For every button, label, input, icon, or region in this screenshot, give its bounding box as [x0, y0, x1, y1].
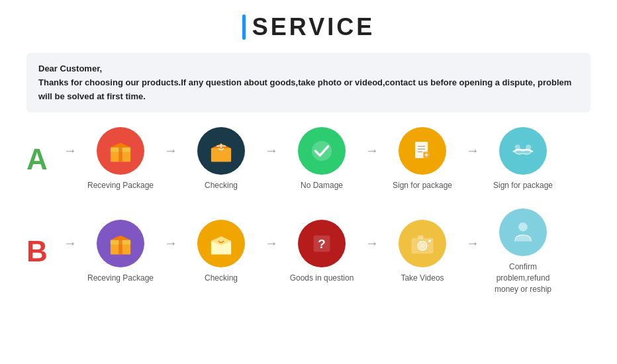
- flow-item-b-1: Checking: [181, 220, 261, 284]
- icon-checkmark: [298, 127, 346, 175]
- flow-item-a-3: Sign for package: [383, 127, 462, 191]
- flow-item-label: Sign for package: [393, 180, 452, 191]
- flow-item-label: Take Videos: [401, 273, 444, 284]
- flow-item-label: No Damage: [301, 180, 343, 191]
- flow-item-label: Sign for package: [493, 180, 553, 191]
- svg-marker-19: [111, 236, 130, 240]
- icon-question: ?: [298, 220, 346, 267]
- flow-rows: A→ Receving Package→ Checking→ No Damage…: [26, 127, 591, 295]
- page-title: SERVICE: [252, 13, 375, 41]
- title-area: SERVICE: [26, 13, 591, 41]
- flow-item-a-1: Checking: [181, 127, 261, 191]
- flow-arrow: →: [64, 143, 77, 175]
- icon-package-open: [197, 220, 245, 267]
- svg-point-14: [515, 145, 520, 150]
- notice-line1: Dear Customer,: [38, 62, 579, 76]
- flow-item-b-2: ? Goods in question: [282, 220, 361, 284]
- flow-item-label: Confirm problem,refund money or reship: [483, 261, 563, 295]
- flow-arrow: →: [164, 143, 177, 175]
- flow-arrow: →: [164, 236, 177, 268]
- flow-arrow: →: [64, 236, 77, 268]
- flow-row-a: A→ Receving Package→ Checking→ No Damage…: [26, 127, 591, 191]
- flow-arrow: →: [265, 143, 278, 175]
- svg-point-29: [428, 240, 431, 242]
- flow-item-b-3: Take Videos: [383, 220, 462, 284]
- icon-camera: [399, 220, 446, 267]
- row-letter-b: B: [26, 235, 60, 268]
- flow-item-a-4: Sign for package: [483, 127, 563, 191]
- notice-line2: Thanks for choosing our products.If any …: [38, 76, 579, 104]
- flow-item-label: Goods in question: [290, 273, 354, 284]
- flow-item-label: Checking: [205, 180, 238, 191]
- flow-arrow: →: [365, 236, 379, 268]
- icon-package-orange: [97, 127, 144, 175]
- title-accent-bar: [242, 15, 246, 40]
- svg-point-15: [526, 145, 531, 150]
- flow-row-b: B→ Receving Package→ Checking→ ? Goods i…: [26, 208, 591, 295]
- icon-person: [499, 208, 547, 256]
- notice-box: Dear Customer, Thanks for choosing our p…: [26, 53, 591, 113]
- flow-item-a-2: No Damage: [282, 127, 361, 191]
- icon-sign-doc: [399, 127, 446, 175]
- flow-item-b-4: Confirm problem,refund money or reship: [483, 208, 563, 295]
- flow-arrow: →: [365, 143, 379, 175]
- flow-arrow: →: [466, 236, 479, 268]
- flow-arrow: →: [466, 143, 479, 175]
- flow-item-label: Receving Package: [87, 180, 154, 191]
- svg-rect-28: [418, 236, 423, 240]
- flow-item-a-0: Receving Package: [81, 127, 160, 191]
- flow-item-label: Receving Package: [87, 273, 154, 284]
- flow-item-label: Checking: [205, 273, 238, 284]
- icon-handshake: [499, 127, 547, 175]
- flow-item-b-0: Receving Package: [81, 220, 160, 284]
- row-letter-a: A: [26, 143, 60, 176]
- svg-rect-18: [119, 240, 122, 254]
- flow-arrow: →: [265, 236, 278, 268]
- svg-point-30: [518, 222, 528, 232]
- icon-package-dark: [197, 127, 245, 175]
- svg-text:?: ?: [318, 237, 326, 251]
- svg-point-27: [420, 243, 425, 248]
- icon-package-purple: [97, 220, 144, 267]
- svg-rect-2: [119, 148, 122, 162]
- svg-marker-3: [111, 143, 130, 148]
- page: SERVICE Dear Customer, Thanks for choosi…: [0, 0, 617, 364]
